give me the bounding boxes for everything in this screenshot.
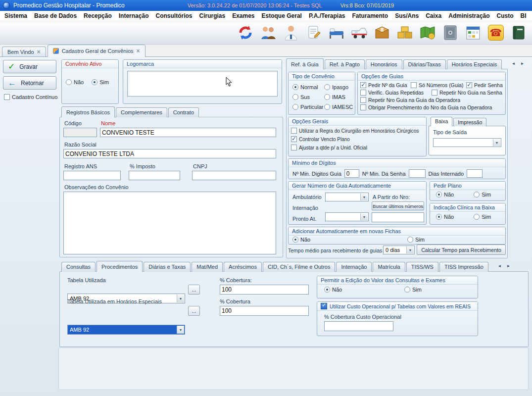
tab-acrescimos[interactable]: Acréscimos — [224, 262, 262, 272]
so-numeros-guia-checkbox[interactable]: Só Números (Guia) — [411, 82, 463, 88]
schedule-icon[interactable] — [464, 23, 483, 43]
ambulance-icon[interactable] — [350, 23, 369, 43]
nome-input[interactable] — [100, 128, 276, 137]
imposto-input[interactable] — [129, 171, 180, 180]
radio-tipo-ipasgo[interactable]: Ipasgo — [324, 84, 354, 90]
menu-faturamento[interactable]: Faturamento — [348, 11, 391, 21]
dropdown-arrow-icon[interactable] — [360, 213, 368, 220]
menu-exames[interactable]: Exames — [229, 11, 258, 21]
menu-custo[interactable]: Custo — [493, 11, 517, 21]
phone-icon[interactable]: ☎ — [486, 23, 505, 43]
menu-cirurgias[interactable]: Cirurgias — [195, 11, 229, 21]
menu-pa-terapias[interactable]: P.A./Terapias — [305, 11, 349, 21]
tab-cadastro-geral-convenios[interactable]: Cadastro Geral de Convênios — [48, 45, 145, 57]
tab-baixa[interactable]: Baixa — [431, 117, 452, 126]
tempo-medio-combobox[interactable]: 0 dias — [383, 246, 415, 254]
razao-social-input[interactable] — [63, 149, 276, 158]
radio-pedir-plano-sim[interactable]: Sim — [474, 192, 491, 198]
radio-indicacao-nao[interactable]: Não — [436, 214, 454, 220]
menu-bi[interactable]: BI — [517, 11, 530, 21]
registro-ans-input[interactable] — [63, 171, 121, 180]
tab-bem-vindo[interactable]: Bem Vindo — [2, 47, 46, 57]
codigo-input[interactable] — [63, 128, 97, 137]
calcular-tempo-button[interactable]: Calcular Tempo para Recebimento — [417, 245, 506, 255]
custo-operacional-checkbox[interactable] — [321, 303, 327, 309]
a-partir-do-nro-input[interactable] — [372, 212, 424, 222]
billing-icon[interactable] — [395, 23, 414, 43]
radio-indicacao-sim[interactable]: Sim — [474, 214, 491, 220]
menu-sus-ans[interactable]: Sus/Ans — [391, 11, 422, 21]
patients-icon[interactable] — [259, 23, 278, 43]
tabela-horarios-especiais-combobox[interactable]: AMB 92 — [67, 325, 185, 335]
supplies-icon[interactable] — [373, 23, 391, 43]
menu-internacao[interactable]: Internação — [115, 11, 152, 21]
menu-consultorios[interactable]: Consultórios — [152, 11, 195, 21]
min-digitos-guia-input[interactable] — [344, 169, 359, 178]
tab-procedimentos[interactable]: Procedimentos — [97, 261, 143, 272]
buscar-ultimos-numeros-button[interactable]: Buscar últimos números — [372, 201, 424, 210]
radio-convenio-ativo-nao[interactable]: Não — [66, 79, 84, 85]
pedir-senha-checkbox[interactable]: Pedir Senha — [466, 82, 503, 88]
tab-impressao[interactable]: Impressão — [453, 118, 486, 126]
cobertura2-input[interactable] — [220, 306, 309, 316]
cadastro-continuo-checkbox[interactable]: Cadastro Contínuo — [4, 94, 57, 100]
repetir-nro-guia-operadora-checkbox[interactable]: Repetir Nro Guia na Guia da Operadora — [360, 97, 460, 103]
tab-tiss-impressao[interactable]: TISS Impressão — [439, 262, 488, 272]
tab-registros-basicos[interactable]: Registros Básicos — [61, 106, 115, 117]
dropdown-arrow-icon[interactable] — [406, 247, 414, 253]
tab-ref-a-guia[interactable]: Ref. à Guia — [286, 58, 324, 69]
radio-adicionar-sim[interactable]: Sim — [407, 237, 425, 243]
radio-permitir-sim[interactable]: Sim — [404, 287, 422, 293]
dropdown-arrow-icon[interactable] — [493, 139, 500, 146]
dropdown-arrow-icon[interactable] — [360, 194, 368, 200]
radio-convenio-ativo-sim[interactable]: Sim — [92, 79, 109, 85]
menu-sistema[interactable]: Sistema — [1, 11, 31, 21]
tabs-scroll-right-icon[interactable] — [519, 60, 526, 67]
menu-recepcao[interactable]: Recepção — [80, 11, 115, 21]
tab-diarias-e-taxas[interactable]: Diárias e Taxas — [144, 262, 191, 272]
tab-diarias-taxas[interactable]: Diárias/Taxas — [403, 59, 446, 69]
verific-guias-repetidas-checkbox[interactable]: Verific. Guias Repetidas — [360, 90, 429, 96]
menu-estoque-geral[interactable]: Estoque Geral — [258, 11, 305, 21]
menu-caixa[interactable]: Caixa — [422, 11, 445, 21]
radio-tipo-iamesc[interactable]: IAMESC — [324, 104, 354, 110]
detail-tabs-scroll-right-icon[interactable] — [505, 262, 512, 270]
tab-horarios-especiais[interactable]: Horários Especiais — [447, 59, 502, 69]
tipo-saida-combobox[interactable] — [433, 138, 501, 147]
tabela-browse-button[interactable]: ... — [188, 285, 200, 295]
save-button[interactable]: Gravar — [3, 60, 56, 73]
min-senha-input[interactable] — [409, 169, 426, 178]
menu-base-de-dados[interactable]: Base de Dados — [31, 11, 80, 21]
ambulatorio-combobox[interactable] — [325, 193, 369, 201]
dias-internado-input[interactable] — [467, 169, 483, 178]
tab-internacao-detalhe[interactable]: Internação — [336, 262, 372, 272]
close-icon[interactable] — [137, 48, 140, 54]
manual-book-icon[interactable] — [509, 23, 528, 43]
tab-complementares[interactable]: Complementares — [116, 107, 167, 117]
radio-tipo-sus[interactable]: Sus — [292, 94, 323, 100]
pedir-numero-guia-checkbox[interactable]: Pedir Nº da Guia — [360, 82, 408, 88]
detail-tabs-scroll-left-icon[interactable] — [496, 262, 503, 270]
close-icon[interactable] — [37, 49, 41, 55]
internacao-combobox[interactable] — [325, 212, 369, 221]
cobertura-input[interactable] — [220, 285, 309, 295]
radio-permitir-nao[interactable]: Não — [324, 287, 399, 293]
regra-cirurgiao-checkbox[interactable]: Utilizar a Regra do Cirurgião em Honorár… — [291, 128, 424, 134]
tab-matricula[interactable]: Matrícula — [373, 262, 405, 272]
cnpj-input[interactable] — [192, 171, 276, 180]
observacoes-textarea[interactable] — [63, 192, 276, 254]
tab-contrato[interactable]: Contrato — [168, 107, 199, 117]
obrigar-preenchimento-nro-guia-checkbox[interactable]: Obrigar Preenchimento do Nro da Guia na … — [360, 104, 492, 110]
tab-honorarios[interactable]: Honorários — [366, 59, 402, 69]
radio-pedir-plano-nao[interactable]: Não — [436, 192, 454, 198]
tab-consultas[interactable]: Consultas — [61, 262, 96, 272]
safe-icon[interactable] — [441, 23, 460, 43]
tab-ref-a-pagto[interactable]: Ref. à Pagto — [325, 59, 365, 69]
tabs-scroll-left-icon[interactable] — [510, 60, 517, 67]
menu-administracao[interactable]: Administração — [445, 11, 493, 21]
tabela-he-browse-button[interactable]: ... — [188, 306, 200, 316]
cobertura-custo-input[interactable] — [324, 321, 393, 331]
dropdown-arrow-icon[interactable] — [177, 326, 184, 334]
prescription-icon[interactable] — [304, 23, 323, 43]
radio-tipo-particular[interactable]: Particular — [292, 104, 323, 110]
